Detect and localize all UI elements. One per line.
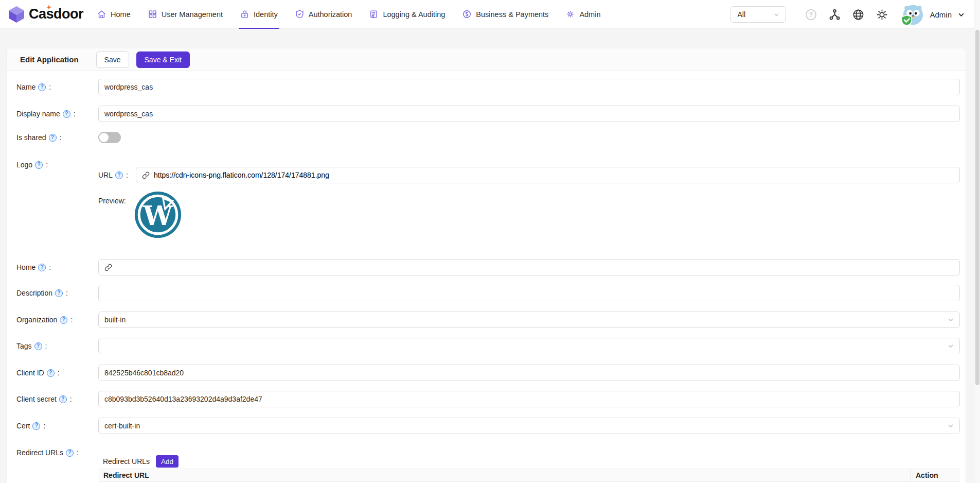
save-exit-button[interactable]: Save & Exit <box>136 51 190 68</box>
brand-spark-icon <box>46 5 51 10</box>
sitemap-icon[interactable] <box>829 9 841 21</box>
question-icon[interactable] <box>32 422 40 430</box>
description-input[interactable] <box>98 285 960 301</box>
redirect-urls-label: Redirect URLs: <box>16 447 96 458</box>
client-id-label: Client ID: <box>16 365 96 381</box>
home-input[interactable] <box>116 260 954 275</box>
menu-item-identity[interactable]: Identity <box>231 0 287 29</box>
question-icon[interactable] <box>35 161 43 169</box>
home-icon <box>97 10 106 19</box>
menu-item-user-management[interactable]: User Management <box>139 0 231 29</box>
tags-select[interactable] <box>98 338 960 354</box>
is-shared-toggle[interactable] <box>98 132 121 143</box>
shield-check-icon <box>295 10 304 19</box>
user-menu[interactable]: Admin <box>900 3 965 26</box>
redirect-urls-table: Redirect URLs Add Redirect URL Action <box>99 454 960 483</box>
name-label: Name: <box>16 79 96 95</box>
verified-shield-badge <box>902 15 912 26</box>
client-secret-input[interactable] <box>98 391 960 407</box>
dollar-circle-icon <box>462 10 471 19</box>
lock-icon <box>240 10 249 19</box>
vertical-scrollbar[interactable] <box>974 0 980 483</box>
svg-text:?: ? <box>809 11 813 18</box>
client-secret-label: Client secret: <box>16 391 96 407</box>
organization-label: Organization: <box>16 312 96 328</box>
audit-icon <box>369 10 378 19</box>
theme-sun-icon[interactable] <box>876 9 888 21</box>
help-icon[interactable]: ? <box>805 9 817 21</box>
link-icon <box>104 264 112 271</box>
nav-right-cluster: All ? <box>730 0 965 29</box>
name-input[interactable] <box>98 79 960 95</box>
question-icon[interactable] <box>49 134 57 142</box>
logo-url-input[interactable] <box>154 167 954 183</box>
brand-name: Casdoor <box>29 6 83 22</box>
question-icon[interactable] <box>63 110 70 118</box>
main-menu: Home User Management Identity Authorizat… <box>88 0 609 29</box>
question-icon[interactable] <box>38 264 46 271</box>
casdoor-cube-icon <box>8 6 25 23</box>
organization-select[interactable]: built-in <box>98 312 960 328</box>
home-label: Home: <box>16 259 96 275</box>
gear-icon <box>566 10 575 19</box>
cert-select[interactable]: cert-built-in <box>98 418 960 434</box>
chevron-down-icon <box>948 423 954 429</box>
question-icon[interactable] <box>60 316 67 324</box>
question-icon[interactable] <box>59 395 67 403</box>
logo-url-label: URL: <box>98 167 134 183</box>
question-icon[interactable] <box>38 83 46 91</box>
is-shared-label: Is shared: <box>16 129 96 146</box>
chevron-down-icon <box>958 11 965 18</box>
redirect-table-title: Redirect URLs <box>103 457 150 465</box>
grid-icon <box>148 10 157 19</box>
chevron-down-icon <box>948 343 954 349</box>
top-nav: Casdoor Home User Management Identity <box>0 0 974 29</box>
cert-label: Cert: <box>16 418 96 434</box>
card-header: Edit Application Save Save & Exit <box>7 48 966 71</box>
add-redirect-url-button[interactable]: Add <box>156 455 179 468</box>
logo-preview-label: Preview: <box>98 195 134 206</box>
avatar <box>900 3 923 26</box>
organization-filter-select[interactable]: All <box>730 6 786 23</box>
casdoor-logo[interactable]: Casdoor <box>8 6 83 23</box>
description-label: Description: <box>16 285 96 301</box>
chevron-down-icon <box>774 12 779 18</box>
user-name-label: Admin <box>930 10 952 19</box>
menu-item-logging-auditing[interactable]: Logging & Auditing <box>361 0 454 29</box>
menu-item-admin[interactable]: Admin <box>557 0 609 29</box>
chevron-down-icon <box>948 317 954 323</box>
save-button[interactable]: Save <box>96 51 129 68</box>
display-name-input[interactable] <box>98 106 960 122</box>
question-icon[interactable] <box>115 171 123 179</box>
menu-item-authorization[interactable]: Authorization <box>287 0 361 29</box>
column-header-action: Action <box>910 469 960 481</box>
edit-application-card: Edit Application Save Save & Exit Name: … <box>6 48 966 483</box>
link-icon <box>142 171 150 179</box>
question-icon[interactable] <box>34 342 42 350</box>
page-title: Edit Application <box>20 55 79 64</box>
menu-item-home[interactable]: Home <box>88 0 139 29</box>
tags-label: Tags: <box>16 338 96 354</box>
question-icon[interactable] <box>47 369 55 377</box>
wordpress-logo-preview: W <box>134 191 182 238</box>
column-header-redirect-url: Redirect URL <box>99 471 910 479</box>
globe-icon[interactable] <box>852 9 864 21</box>
scrollbar-thumb[interactable] <box>975 30 979 385</box>
display-name-label: Display name: <box>16 106 96 122</box>
menu-item-business-payments[interactable]: Business & Payments <box>454 0 557 29</box>
logo-label: Logo: <box>16 159 96 170</box>
question-icon[interactable] <box>66 449 74 457</box>
question-icon[interactable] <box>55 289 63 297</box>
client-id-input[interactable] <box>98 365 960 381</box>
